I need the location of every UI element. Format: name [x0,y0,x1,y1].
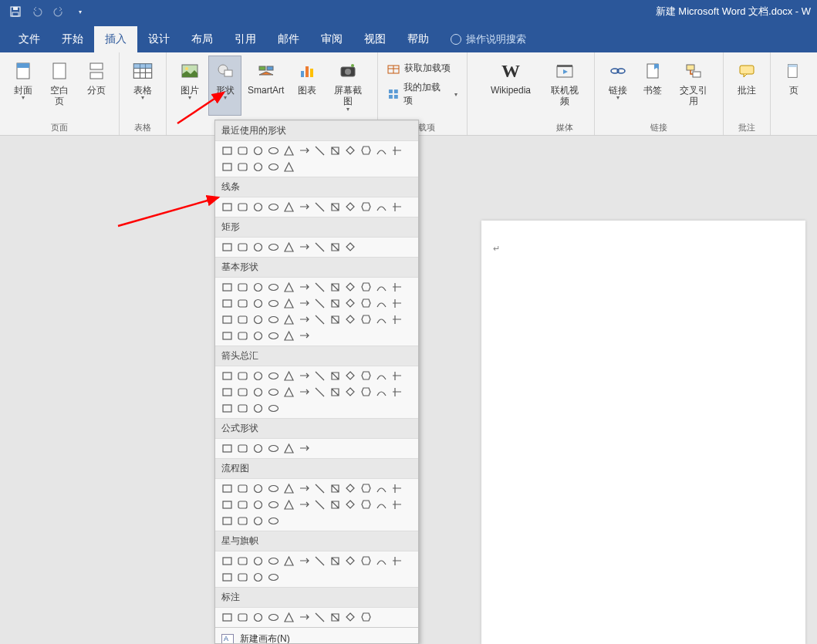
shape-basic-41[interactable] [297,329,312,343]
shape-flowchart-7[interactable] [328,481,343,496]
shape-flowchart-3[interactable] [266,481,281,496]
shape-equation-3[interactable] [266,441,281,456]
shape-arrows-25[interactable] [235,401,250,416]
shape-basic-39[interactable] [266,329,281,343]
shape-equation-5[interactable] [297,441,312,456]
shape-stars-11[interactable] [390,554,404,568]
shape-stars-2[interactable] [251,554,265,568]
shape-arrows-19[interactable] [328,385,343,400]
shape-recent-13[interactable] [235,160,250,174]
shape-flowchart-23[interactable] [390,497,404,512]
shape-basic-16[interactable] [282,296,296,311]
shape-basic-13[interactable] [235,296,250,311]
shape-stars-9[interactable] [359,554,373,568]
shape-stars-14[interactable] [251,570,265,585]
shape-basic-35[interactable] [390,312,404,327]
shape-basic-0[interactable] [220,280,235,295]
shape-lines-2[interactable] [251,200,265,214]
shape-callouts-6[interactable] [312,610,327,625]
shape-flowchart-15[interactable] [266,497,281,512]
shape-flowchart-11[interactable] [390,481,404,496]
shape-arrows-18[interactable] [312,385,327,400]
shape-arrows-21[interactable] [359,385,373,400]
new-canvas-menu-item[interactable]: 新建画布(N) [215,627,418,644]
shape-basic-36[interactable] [220,329,235,343]
shape-stars-7[interactable] [328,554,343,568]
screenshot-button[interactable]: 屏幕截图 ▾ [325,56,370,116]
tab-help[interactable]: 帮助 [397,26,440,52]
shape-arrows-4[interactable] [282,369,296,383]
shape-recent-9[interactable] [359,143,373,158]
shape-recent-8[interactable] [343,143,358,158]
qat-dropdown-icon[interactable]: ▾ [74,5,86,18]
tab-view[interactable]: 视图 [353,26,397,52]
shape-recent-3[interactable] [266,143,281,158]
shape-arrows-15[interactable] [266,385,281,400]
shape-stars-5[interactable] [297,554,312,568]
shape-rectangles-5[interactable] [297,240,312,255]
shape-flowchart-2[interactable] [251,481,265,496]
get-addins-button[interactable]: 获取加载项 [384,60,454,76]
page-break-button[interactable]: 分页 [79,56,113,110]
shape-recent-0[interactable] [220,143,235,158]
shape-basic-12[interactable] [220,296,235,311]
shape-basic-15[interactable] [266,296,281,311]
shape-basic-7[interactable] [328,280,343,295]
chart-button[interactable]: 图表 [290,56,324,116]
pictures-button[interactable]: 图片 ▾ [173,56,207,116]
shape-stars-13[interactable] [235,570,250,585]
shape-recent-4[interactable] [282,143,296,158]
shapes-button[interactable]: 形状 ▾ [208,56,242,116]
shape-callouts-5[interactable] [297,610,312,625]
shape-basic-29[interactable] [297,312,312,327]
shape-lines-1[interactable] [235,200,250,214]
shape-basic-21[interactable] [359,296,373,311]
shape-equation-4[interactable] [282,441,296,456]
shape-lines-0[interactable] [220,200,235,214]
shape-recent-12[interactable] [220,160,235,174]
shape-rectangles-2[interactable] [251,240,265,255]
shape-flowchart-27[interactable] [266,514,281,528]
redo-icon[interactable] [52,5,65,18]
shape-arrows-27[interactable] [266,401,281,416]
shape-rectangles-7[interactable] [328,240,343,255]
shape-arrows-9[interactable] [359,369,373,383]
shape-arrows-7[interactable] [328,369,343,383]
shape-stars-1[interactable] [235,554,250,568]
shape-basic-26[interactable] [251,312,265,327]
shape-basic-24[interactable] [220,312,235,327]
shape-basic-6[interactable] [312,280,327,295]
shape-arrows-5[interactable] [297,369,312,383]
tab-file[interactable]: 文件 [8,26,51,52]
shape-basic-40[interactable] [282,329,296,343]
shape-lines-10[interactable] [374,200,389,214]
shape-basic-28[interactable] [282,312,296,327]
shape-arrows-13[interactable] [235,385,250,400]
undo-icon[interactable] [31,5,43,18]
shape-callouts-9[interactable] [359,610,373,625]
blank-page-button[interactable]: 空白页 [41,56,77,110]
shape-basic-31[interactable] [328,312,343,327]
shape-flowchart-6[interactable] [312,481,327,496]
shape-arrows-0[interactable] [220,369,235,383]
shape-arrows-22[interactable] [374,385,389,400]
cross-reference-button[interactable]: 交叉引用 [671,56,717,110]
shape-basic-10[interactable] [374,280,389,295]
shape-flowchart-1[interactable] [235,481,250,496]
tab-layout[interactable]: 布局 [181,26,224,52]
shape-flowchart-0[interactable] [220,481,235,496]
shape-flowchart-25[interactable] [235,514,250,528]
shape-flowchart-24[interactable] [220,514,235,528]
shape-arrows-10[interactable] [374,369,389,383]
shape-arrows-17[interactable] [297,385,312,400]
shape-rectangles-3[interactable] [266,240,281,255]
shape-arrows-2[interactable] [251,369,265,383]
shape-equation-2[interactable] [251,441,265,456]
shape-callouts-2[interactable] [251,610,265,625]
shape-lines-4[interactable] [282,200,296,214]
shape-flowchart-4[interactable] [282,481,296,496]
smartart-button[interactable]: SmartArt [243,56,289,116]
shape-basic-37[interactable] [235,329,250,343]
shape-flowchart-14[interactable] [251,497,265,512]
shape-basic-19[interactable] [328,296,343,311]
